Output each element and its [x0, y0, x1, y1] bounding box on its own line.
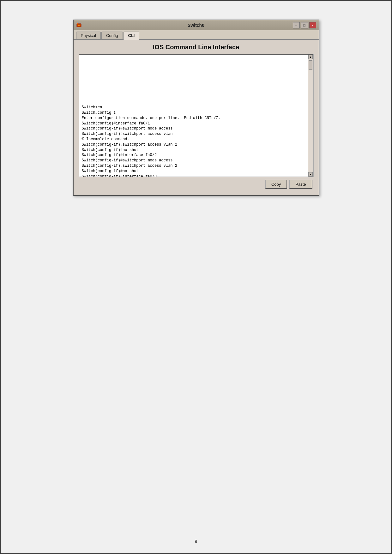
maximize-button[interactable]: □	[301, 22, 308, 28]
close-button[interactable]: ×	[309, 22, 316, 28]
switch-window: Switch0 – □ × Physical Config CLI IOS Co…	[73, 20, 319, 196]
window-title: Switch0	[188, 23, 204, 28]
content-area: IOS Command Line Interface Switch>en Swi…	[74, 40, 319, 195]
title-bar: Switch0 – □ ×	[74, 20, 319, 30]
title-bar-controls: – □ ×	[293, 22, 316, 28]
page-wrapper: Switch0 – □ × Physical Config CLI IOS Co…	[0, 1, 392, 553]
svg-rect-2	[77, 23, 78, 24]
svg-point-1	[78, 25, 80, 26]
scrollbar-track: ▲ ▼	[308, 55, 313, 177]
tab-physical[interactable]: Physical	[76, 32, 101, 39]
minimize-button[interactable]: –	[293, 22, 300, 28]
terminal-text[interactable]: Switch>en Switch#config t Enter configur…	[79, 55, 308, 177]
tab-cli[interactable]: CLI	[124, 32, 140, 40]
page-number: 9	[195, 539, 197, 544]
tab-bar: Physical Config CLI	[74, 30, 319, 40]
tab-config[interactable]: Config	[101, 32, 123, 39]
app-icon	[76, 22, 82, 28]
scroll-down-button[interactable]: ▼	[308, 172, 313, 177]
terminal-container[interactable]: Switch>en Switch#config t Enter configur…	[79, 54, 314, 177]
paste-button[interactable]: Paste	[289, 180, 312, 189]
section-title: IOS Command Line Interface	[79, 44, 314, 51]
button-row: Copy Paste	[79, 177, 314, 190]
scrollbar-thumb[interactable]	[309, 60, 312, 70]
title-bar-left	[76, 22, 82, 28]
copy-button[interactable]: Copy	[265, 180, 287, 189]
scroll-up-button[interactable]: ▲	[308, 55, 313, 59]
